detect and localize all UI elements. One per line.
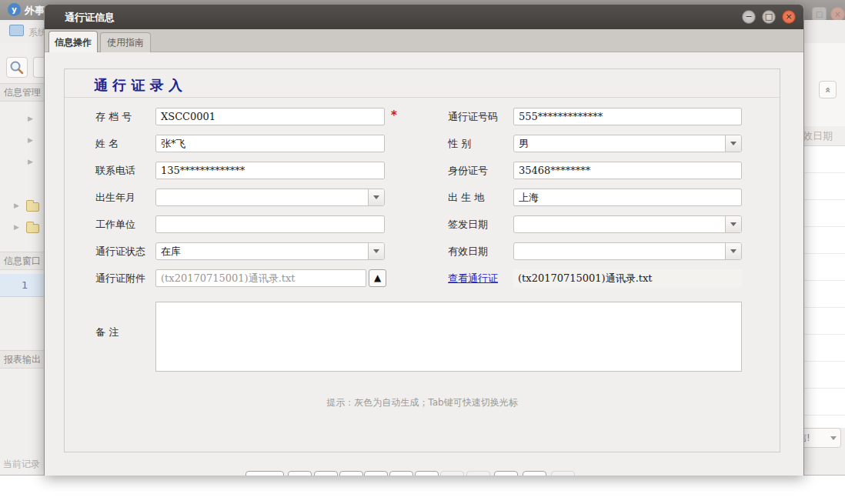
- valid-date-select[interactable]: [513, 242, 742, 260]
- section-header-report-output: 报表输出: [0, 350, 45, 369]
- work-unit-input[interactable]: [155, 215, 385, 233]
- folder-icon[interactable]: [26, 224, 39, 233]
- title-separator: [65, 97, 780, 98]
- label-phone: 联系电话: [95, 162, 135, 179]
- form-title: 通 行 证 录 入: [94, 76, 182, 95]
- form-hint: 提示：灰色为自动生成；Tab键可快速切换光标: [65, 396, 780, 409]
- tab-info-operation[interactable]: 信息操作: [48, 31, 98, 52]
- phone-input[interactable]: [155, 162, 385, 179]
- background-grid-rows: [804, 146, 845, 428]
- issue-date-select[interactable]: [513, 215, 742, 233]
- tree-expand-icon[interactable]: ▶: [28, 115, 33, 122]
- chevron-down-icon[interactable]: [368, 189, 384, 205]
- label-birth-date: 出生年月: [95, 189, 135, 206]
- search-icon: [9, 60, 25, 75]
- label-birth-place: 出 生 地: [448, 189, 484, 206]
- required-marker: *: [391, 108, 397, 122]
- tree-expand-icon[interactable]: ▶: [14, 223, 19, 231]
- label-gender: 性 别: [448, 135, 471, 152]
- bottom-button-disabled: [466, 471, 490, 476]
- status-bar-current-record: 当前记录: [3, 458, 40, 471]
- upload-button[interactable]: ▲: [369, 269, 386, 287]
- tree-expand-icon[interactable]: ▶: [14, 202, 19, 209]
- dialog-title: 通行证信息: [65, 11, 115, 25]
- chevron-down-icon[interactable]: [368, 243, 384, 259]
- label-archive-no: 存 档 号: [95, 108, 132, 125]
- record-number-cell[interactable]: 1: [0, 274, 45, 297]
- bottom-button[interactable]: [339, 471, 363, 476]
- bottom-button[interactable]: [415, 471, 439, 476]
- search-toolbar-button[interactable]: [6, 57, 28, 78]
- close-button[interactable]: ×: [782, 10, 796, 24]
- minimize-button[interactable]: −: [742, 10, 756, 24]
- bottom-button-disabled: [551, 471, 575, 476]
- bottom-button[interactable]: [245, 471, 284, 476]
- chevron-down-icon[interactable]: [725, 243, 741, 259]
- bottom-button[interactable]: [494, 471, 518, 476]
- passport-status-value: 在库: [161, 243, 181, 259]
- label-work-unit: 工作单位: [95, 215, 135, 233]
- bottom-button[interactable]: [314, 471, 338, 476]
- gender-select[interactable]: 男: [513, 135, 742, 152]
- collapse-panel-button[interactable]: «: [819, 81, 837, 98]
- passport-status-select[interactable]: 在库: [155, 242, 385, 260]
- passport-no-input[interactable]: [513, 108, 742, 125]
- tab-user-guide[interactable]: 使用指南: [100, 32, 151, 52]
- label-name: 姓 名: [95, 135, 119, 152]
- bottom-button[interactable]: [523, 471, 546, 476]
- folder-icon[interactable]: [26, 202, 39, 212]
- tree-expand-icon[interactable]: ▶: [28, 136, 33, 144]
- bottom-button[interactable]: [389, 471, 413, 476]
- chevron-down-icon[interactable]: [725, 135, 741, 152]
- passport-entry-panel: 通 行 证 录 入 存 档 号 * 通行证号码 姓 名 性 别 男 联系电话 身…: [64, 68, 780, 452]
- birth-place-input[interactable]: [513, 189, 742, 206]
- view-passport-link[interactable]: 查看通行证: [448, 272, 498, 285]
- dialog-titlebar[interactable]: 通行证信息 − □ ×: [45, 5, 803, 29]
- passport-file-name: (tx20170715001)通讯录.txt: [513, 269, 742, 287]
- upload-triangle-icon: ▲: [374, 272, 381, 283]
- label-issue-date: 签发日期: [448, 215, 488, 233]
- maximize-button[interactable]: □: [762, 10, 776, 24]
- window-menu-icon[interactable]: [9, 25, 24, 36]
- birth-date-select[interactable]: [155, 189, 385, 206]
- collapse-chevrons-icon: «: [822, 87, 833, 93]
- label-attachment: 通行证附件: [95, 269, 145, 287]
- attachment-input[interactable]: [155, 269, 366, 287]
- passport-info-dialog: 通行证信息 − □ × 信息操作 使用指南 通 行 证 录 入 存 档 号 * …: [44, 4, 804, 476]
- bottom-button[interactable]: [288, 471, 312, 476]
- chevron-down-icon[interactable]: [725, 216, 741, 232]
- archive-no-input[interactable]: [155, 108, 385, 125]
- label-passport-status: 通行证状态: [95, 242, 145, 260]
- label-id-no: 身份证号: [448, 162, 488, 179]
- label-valid-date: 有效日期: [448, 242, 488, 260]
- app-title: 外事: [25, 4, 45, 18]
- section-header-info-window: 信息窗口: [0, 252, 45, 270]
- tree-expand-icon[interactable]: ▶: [28, 158, 33, 165]
- bottom-button[interactable]: [364, 471, 388, 476]
- name-input[interactable]: [155, 135, 385, 152]
- app-logo-icon: y: [8, 3, 21, 16]
- remark-textarea[interactable]: [155, 302, 742, 372]
- gender-value: 男: [519, 135, 529, 152]
- dialog-tabstrip: 信息操作 使用指南: [45, 29, 803, 52]
- label-remark: 备 注: [95, 323, 119, 341]
- label-passport-no: 通行证号码: [448, 108, 498, 125]
- chevron-down-icon: [830, 436, 837, 440]
- bottom-button-disabled: [440, 471, 464, 476]
- section-header-info-management: 信息管理: [0, 83, 45, 102]
- id-no-input[interactable]: [513, 162, 742, 179]
